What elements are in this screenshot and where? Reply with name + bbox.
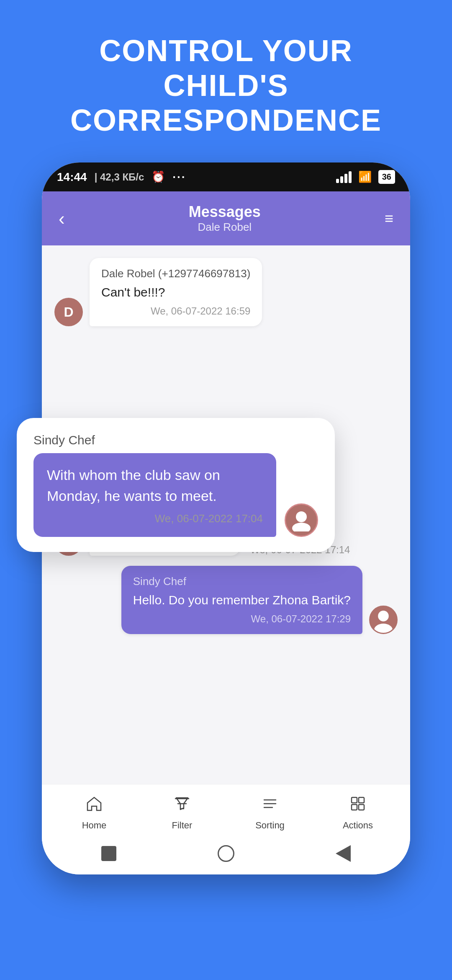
nav-item-actions[interactable]: Actions xyxy=(314,794,402,831)
svg-rect-21 xyxy=(352,805,357,810)
nav-label-sorting: Sorting xyxy=(255,820,285,831)
message-item: Sindy Chef Hello. Do you remember Zhona … xyxy=(54,566,398,634)
actions-icon xyxy=(349,794,367,817)
circle-icon xyxy=(218,845,234,862)
svg-rect-19 xyxy=(352,797,357,803)
status-dots: ··· xyxy=(172,170,186,184)
status-right: 📶 36 xyxy=(336,170,395,184)
person-icon xyxy=(290,509,313,531)
sender-name: Sindy Chef xyxy=(133,575,351,588)
floating-message-card: Sindy Chef With whom the club saw on Mon… xyxy=(17,418,335,552)
filter-icon xyxy=(173,794,191,817)
status-left: 14:44 | 42,3 КБ/с ⏰ ··· xyxy=(57,170,186,184)
status-speed: | 42,3 КБ/с xyxy=(95,171,144,183)
avatar xyxy=(369,606,398,634)
spacer xyxy=(54,336,398,420)
sorting-icon xyxy=(261,794,279,817)
message-text: Can't be!!!? xyxy=(101,284,250,301)
floating-message-row: With whom the club saw on Monday, he wan… xyxy=(33,453,318,537)
app-header: ‹ Messages Dale Robel ≡ xyxy=(42,191,410,245)
floating-avatar xyxy=(285,503,318,537)
nav-label-actions: Actions xyxy=(343,820,373,831)
floating-message-time: We, 06-07-2022 17:04 xyxy=(47,512,263,525)
person-icon xyxy=(370,606,396,634)
battery-icon: 36 xyxy=(378,170,395,184)
status-bar: 14:44 | 42,3 КБ/с ⏰ ··· 📶 36 xyxy=(42,162,410,191)
triangle-icon xyxy=(336,845,351,862)
nav-label-filter: Filter xyxy=(172,820,193,831)
system-nav-bar xyxy=(42,838,410,874)
page-title: CONTROL YOUR CHILD'S CORRESPONDENCE xyxy=(0,34,452,137)
header-title: Messages xyxy=(189,203,261,221)
sender-name: Dale Robel (+1297746697813) xyxy=(101,267,250,280)
back-button[interactable]: ‹ xyxy=(59,208,65,229)
status-time: 14:44 xyxy=(57,170,87,184)
svg-point-0 xyxy=(296,511,307,522)
floating-bubble-text: With whom the club saw on Monday, he wan… xyxy=(47,465,263,506)
system-square-button[interactable] xyxy=(100,844,118,863)
message-time: We, 06-07-2022 17:29 xyxy=(133,613,351,625)
message-item: D Dale Robel (+1297746697813) Can't be!!… xyxy=(54,258,398,326)
menu-button[interactable]: ≡ xyxy=(385,210,393,227)
svg-point-14 xyxy=(378,611,389,622)
svg-rect-22 xyxy=(359,805,364,810)
header-subtitle: Dale Robel xyxy=(189,221,261,234)
nav-item-filter[interactable]: Filter xyxy=(138,794,226,831)
nav-label-home: Home xyxy=(82,820,107,831)
system-home-button[interactable] xyxy=(217,844,235,863)
header-center: Messages Dale Robel xyxy=(189,203,261,234)
floating-sender: Sindy Chef xyxy=(33,433,318,447)
bottom-nav: Home Filter xyxy=(42,784,410,838)
message-bubble: Dale Robel (+1297746697813) Can't be!!!?… xyxy=(90,258,262,326)
nav-item-home[interactable]: Home xyxy=(50,794,138,831)
status-alarm-icon: ⏰ xyxy=(152,170,165,183)
svg-rect-20 xyxy=(359,797,364,803)
signal-icon xyxy=(336,171,352,183)
message-bubble: Sindy Chef Hello. Do you remember Zhona … xyxy=(121,566,362,634)
message-time: We, 06-07-2022 16:59 xyxy=(101,305,250,317)
wifi-icon: 📶 xyxy=(358,170,372,183)
floating-bubble: With whom the club saw on Monday, he wan… xyxy=(33,453,276,537)
system-back-button[interactable] xyxy=(334,844,352,863)
square-icon xyxy=(101,846,116,861)
home-icon xyxy=(85,794,103,817)
svg-point-1 xyxy=(292,523,311,531)
avatar: D xyxy=(54,298,83,326)
nav-item-sorting[interactable]: Sorting xyxy=(226,794,314,831)
message-text: Hello. Do you remember Zhona Bartik? xyxy=(133,591,351,609)
